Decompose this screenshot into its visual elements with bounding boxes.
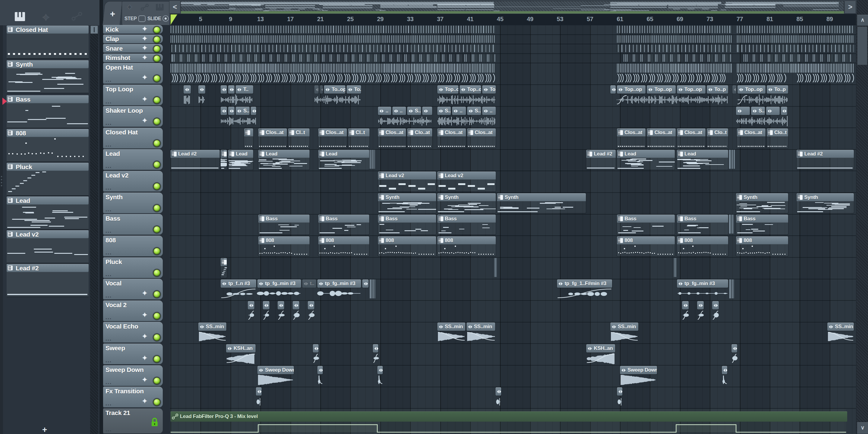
pattern-clip[interactable]: Bass xyxy=(617,215,675,235)
pattern-tick-clips[interactable] xyxy=(624,54,732,62)
loop-waveform[interactable] xyxy=(616,95,728,105)
automation-icon[interactable] xyxy=(141,4,149,10)
track-header[interactable]: Snare✦ xyxy=(103,44,163,53)
mute-led[interactable] xyxy=(153,204,161,212)
audio-clip-mini[interactable] xyxy=(733,85,736,94)
audio-clip-mini[interactable] xyxy=(228,107,235,115)
minimap[interactable] xyxy=(181,1,844,13)
pattern-tick-clips[interactable] xyxy=(170,44,495,52)
audio-clip[interactable]: To..p xyxy=(767,85,788,94)
pattern-clip[interactable] xyxy=(244,128,253,148)
pattern-clip[interactable]: Synth xyxy=(497,193,586,213)
pattern-header[interactable]: 808 xyxy=(7,129,89,137)
audio-clip[interactable]: S.. xyxy=(467,107,481,115)
audio-clip[interactable]: SS..min xyxy=(467,322,495,331)
pattern-tick-clips[interactable] xyxy=(617,44,732,52)
audio-clip-mini[interactable] xyxy=(362,279,369,288)
audio-clip-mini[interactable] xyxy=(248,301,254,310)
pattern-clip[interactable] xyxy=(221,150,227,170)
loop-waveform[interactable] xyxy=(437,116,496,126)
audio-clip[interactable]: tp_fg_1..F#min #3 xyxy=(557,279,612,288)
loop-waveform[interactable] xyxy=(314,95,361,105)
clip-waveform[interactable] xyxy=(313,353,318,364)
waveform-icon[interactable]: ✦ xyxy=(126,3,133,12)
pattern-header[interactable]: Lead v2 xyxy=(7,230,89,239)
audio-clip-mini[interactable] xyxy=(221,85,227,94)
clip-waveform[interactable] xyxy=(256,396,261,407)
audio-clip-mini[interactable] xyxy=(766,107,780,115)
clip-waveform[interactable] xyxy=(248,310,254,320)
audio-clip[interactable]: S.. xyxy=(437,107,451,115)
pattern-clip[interactable]: Lead xyxy=(617,150,675,170)
pattern-header[interactable]: Pluck xyxy=(7,163,89,171)
pattern-clip[interactable] xyxy=(221,258,227,278)
pattern-clip[interactable]: Clos..at xyxy=(437,128,466,148)
audio-clip-mini[interactable] xyxy=(184,85,190,94)
audio-clip-mini[interactable] xyxy=(221,107,227,115)
pattern-clip[interactable]: Clos..at xyxy=(617,128,646,148)
audio-clip-mini[interactable] xyxy=(422,107,432,115)
audio-clip[interactable]: KSH..an xyxy=(586,344,615,352)
pattern-clip[interactable]: Lead v2 xyxy=(378,172,436,191)
add-pattern-button[interactable]: + xyxy=(42,425,47,434)
track-header[interactable]: Pluck... xyxy=(103,257,163,278)
pattern-header[interactable]: Bass xyxy=(7,95,89,103)
timeline-ruler[interactable]: 5913172125293337414549535761656973778185… xyxy=(170,14,856,26)
mute-led[interactable] xyxy=(153,140,161,147)
audio-clip[interactable]: To..p xyxy=(482,85,496,94)
audio-clip-mini[interactable] xyxy=(617,387,622,396)
audio-clip[interactable]: .. xyxy=(452,107,466,115)
audio-clip[interactable]: Top..op xyxy=(738,85,766,94)
pattern-item[interactable]: Closed Hat xyxy=(7,26,89,58)
automation-clip-header[interactable]: Lead FabFilter Pro-Q 3 - Mix level xyxy=(170,411,847,422)
pattern-clip[interactable]: Synth xyxy=(437,193,496,213)
fill-clip[interactable] xyxy=(494,258,497,277)
clip-waveform[interactable] xyxy=(722,375,727,385)
clip-waveform[interactable] xyxy=(198,331,226,342)
pattern-clip[interactable]: Bass xyxy=(378,215,436,235)
pattern-clip[interactable]: Cl..t xyxy=(288,128,310,148)
loop-waveform[interactable] xyxy=(184,95,190,105)
pattern-clip[interactable]: Clo..t xyxy=(707,128,728,148)
audio-clip-mini[interactable] xyxy=(781,107,787,115)
pattern-clip[interactable]: Synth xyxy=(736,193,788,213)
track-header[interactable]: 808... xyxy=(103,236,163,256)
pattern-clip[interactable]: 808 xyxy=(437,236,496,256)
pattern-clip[interactable]: Clo..t xyxy=(767,128,788,148)
pattern-clip[interactable]: Bass xyxy=(437,215,496,235)
audio-clip-mini[interactable] xyxy=(495,387,501,396)
track-header[interactable]: Track 21... xyxy=(103,408,163,433)
pattern-clip[interactable]: Clos..at xyxy=(378,128,406,148)
fill-clip[interactable] xyxy=(674,258,676,277)
clip-waveform[interactable] xyxy=(377,375,383,385)
pattern-clip[interactable]: Lead xyxy=(258,150,310,170)
pattern-clip[interactable]: Clos..at xyxy=(737,128,766,148)
pattern-header[interactable]: Synth xyxy=(7,60,89,68)
openhat-wave-clips[interactable] xyxy=(616,73,728,83)
track-lane[interactable] xyxy=(170,257,856,279)
pattern-header[interactable]: Lead #2 xyxy=(7,264,89,272)
audio-clip-mini[interactable] xyxy=(722,366,727,374)
pattern-clip[interactable]: Lead xyxy=(318,150,370,170)
pattern-clip[interactable]: 808 xyxy=(677,236,728,256)
audio-clip-mini[interactable] xyxy=(736,107,750,115)
clip-waveform[interactable] xyxy=(712,310,719,320)
pattern-tick-clips[interactable] xyxy=(744,54,852,62)
pattern-clip[interactable]: Clo..at xyxy=(407,128,432,148)
clip-waveform[interactable] xyxy=(697,310,704,320)
pattern-item[interactable]: Lead v2 xyxy=(7,230,89,263)
track-header[interactable]: Shaker Loop...✦ xyxy=(103,106,163,127)
fill-clip[interactable] xyxy=(370,279,375,299)
mute-led[interactable] xyxy=(153,355,161,363)
clip-waveform[interactable] xyxy=(257,288,301,299)
audio-clip[interactable]: T.. xyxy=(236,85,253,94)
audio-clip[interactable]: Sweep Down xyxy=(257,366,293,374)
audio-clip[interactable]: Top..op xyxy=(460,85,481,94)
audio-clip[interactable]: S.. xyxy=(236,107,250,115)
pattern-clip[interactable]: 808 xyxy=(378,236,436,256)
pattern-clip[interactable]: Lead xyxy=(228,150,253,170)
track-lane[interactable] xyxy=(170,301,856,322)
clip-waveform[interactable] xyxy=(467,331,495,342)
minimap-view-band[interactable] xyxy=(181,11,844,13)
step-toggle[interactable] xyxy=(138,16,146,22)
